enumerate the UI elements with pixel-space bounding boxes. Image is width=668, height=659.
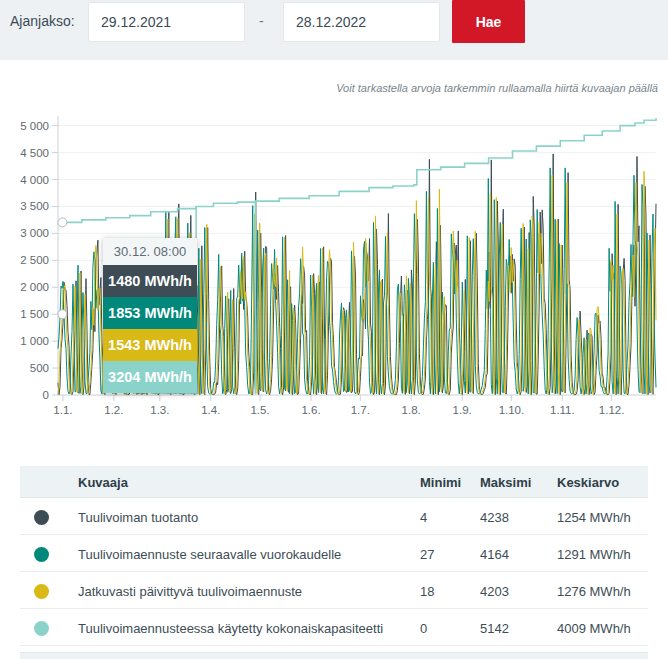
- period-label: Ajanjakso:: [10, 13, 75, 29]
- series-max: 4238: [480, 510, 509, 525]
- svg-text:1 500: 1 500: [20, 308, 49, 320]
- period-toolbar: Ajanjakso: - Hae: [0, 0, 668, 60]
- svg-text:1 000: 1 000: [20, 335, 49, 347]
- chart-hint-text: Voit tarkastella arvoja tarkemmin rullaa…: [336, 82, 658, 94]
- tooltip-row: 1853 MWh/h: [103, 297, 197, 329]
- tooltip-row: 3204 MWh/h: [103, 361, 197, 393]
- svg-text:1.1.: 1.1.: [53, 404, 72, 416]
- svg-text:2 500: 2 500: [20, 254, 49, 266]
- svg-text:1.2.: 1.2.: [104, 404, 123, 416]
- legend-row-total-capacity[interactable]: Tuulivoimaennusteessa käytetty kokonaisk…: [20, 609, 648, 646]
- svg-text:1.11.: 1.11.: [550, 404, 575, 416]
- search-button[interactable]: Hae: [452, 0, 525, 43]
- series-label: Tuulivoimaennusteessa käytetty kokonaisk…: [78, 621, 383, 636]
- legend-row-production[interactable]: Tuulivoiman tuotanto 4 4238 1254 MWh/h: [20, 498, 648, 535]
- svg-text:1.10.: 1.10.: [499, 404, 525, 416]
- svg-text:1.6.: 1.6.: [301, 404, 320, 416]
- series-avg: 1291 MWh/h: [557, 547, 631, 562]
- svg-text:1.9.: 1.9.: [453, 404, 472, 416]
- svg-text:0: 0: [43, 389, 49, 401]
- series-legend-table: Kuvaaja Minimi Maksimi Keskiarvo Tuulivo…: [20, 466, 648, 646]
- series-label: Tuulivoiman tuotanto: [78, 510, 198, 525]
- svg-text:500: 500: [30, 362, 49, 374]
- next-section-edge: [20, 652, 648, 659]
- date-range-separator: -: [259, 13, 264, 29]
- svg-text:1.8.: 1.8.: [402, 404, 421, 416]
- column-header-maksimi: Maksimi: [480, 475, 531, 490]
- chart-tooltip: 30.12. 08:00 1480 MWh/h 1853 MWh/h 1543 …: [103, 238, 197, 393]
- date-from-input[interactable]: [88, 2, 245, 42]
- series-avg: 1276 MWh/h: [557, 584, 631, 599]
- series-max: 4203: [480, 584, 509, 599]
- series-avg: 4009 MWh/h: [557, 621, 631, 636]
- svg-text:4 000: 4 000: [20, 174, 49, 186]
- series-min: 0: [420, 621, 427, 636]
- legend-row-forecast-next-day[interactable]: Tuulivoimaennuste seuraavalle vuorokaude…: [20, 535, 648, 572]
- svg-text:5 000: 5 000: [20, 120, 49, 132]
- series-max: 5142: [480, 621, 509, 636]
- series-min: 4: [420, 510, 427, 525]
- series-color-dot: [34, 547, 49, 562]
- svg-text:1.12.: 1.12.: [599, 404, 625, 416]
- series-min: 18: [420, 584, 434, 599]
- svg-text:1.4.: 1.4.: [201, 404, 220, 416]
- tooltip-timestamp: 30.12. 08:00: [103, 238, 197, 265]
- series-max: 4164: [480, 547, 509, 562]
- svg-text:4 500: 4 500: [20, 147, 49, 159]
- series-min: 27: [420, 547, 434, 562]
- series-color-dot: [34, 510, 49, 525]
- column-header-kuvaaja: Kuvaaja: [78, 475, 128, 490]
- dashboard: Ajanjakso: - Hae Voit tarkastella arvoja…: [0, 0, 668, 659]
- svg-text:1.5.: 1.5.: [250, 404, 269, 416]
- svg-text:1.3.: 1.3.: [150, 404, 169, 416]
- column-header-minimi: Minimi: [420, 475, 461, 490]
- legend-row-updating-forecast[interactable]: Jatkuvasti päivittyvä tuulivoimaennuste …: [20, 572, 648, 609]
- wind-power-chart[interactable]: 05001 0001 5002 0002 5003 0003 5004 0004…: [0, 96, 668, 426]
- column-header-keskiarvo: Keskiarvo: [557, 475, 619, 490]
- svg-text:2 000: 2 000: [20, 281, 49, 293]
- series-avg: 1254 MWh/h: [557, 510, 631, 525]
- tooltip-row: 1543 MWh/h: [103, 329, 197, 361]
- svg-text:1.7.: 1.7.: [351, 404, 370, 416]
- chart-canvas[interactable]: 05001 0001 5002 0002 5003 0003 5004 0004…: [0, 96, 668, 426]
- series-label: Jatkuvasti päivittyvä tuulivoimaennuste: [78, 584, 302, 599]
- tooltip-row: 1480 MWh/h: [103, 265, 197, 297]
- date-to-input[interactable]: [283, 2, 440, 42]
- series-color-dot: [34, 584, 49, 599]
- series-color-dot: [34, 621, 49, 636]
- svg-text:3 500: 3 500: [20, 200, 49, 212]
- legend-table-header: Kuvaaja Minimi Maksimi Keskiarvo: [20, 466, 648, 498]
- svg-text:3 000: 3 000: [20, 227, 49, 239]
- series-label: Tuulivoimaennuste seuraavalle vuorokaude…: [78, 547, 341, 562]
